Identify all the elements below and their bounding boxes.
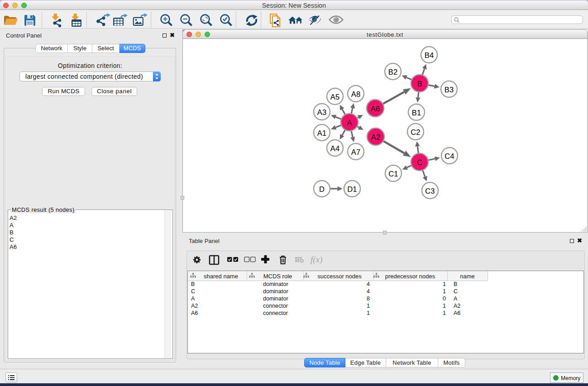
svg-text:f(x): f(x) (311, 255, 322, 265)
svg-text:A4: A4 (330, 144, 340, 152)
svg-text:A7: A7 (351, 148, 361, 156)
svg-text:B: B (417, 80, 422, 88)
svg-text:B4: B4 (425, 51, 434, 59)
svg-text:C4: C4 (445, 152, 454, 160)
svg-text:C3: C3 (425, 187, 435, 195)
svg-text:A3: A3 (317, 108, 327, 116)
svg-text:A8: A8 (351, 90, 361, 98)
svg-text:C2: C2 (411, 128, 421, 136)
svg-text:B1: B1 (412, 109, 421, 117)
svg-text:A5: A5 (330, 93, 340, 101)
svg-text:B2: B2 (388, 68, 398, 76)
svg-text:C1: C1 (388, 170, 398, 178)
svg-text:A2: A2 (371, 133, 381, 141)
svg-text:A: A (347, 119, 352, 127)
svg-text:B3: B3 (445, 86, 454, 94)
svg-text:A6: A6 (371, 105, 380, 113)
svg-text:A1: A1 (317, 129, 327, 137)
svg-text:D1: D1 (347, 185, 357, 193)
svg-text:D: D (319, 185, 325, 193)
svg-text:C: C (417, 158, 422, 167)
